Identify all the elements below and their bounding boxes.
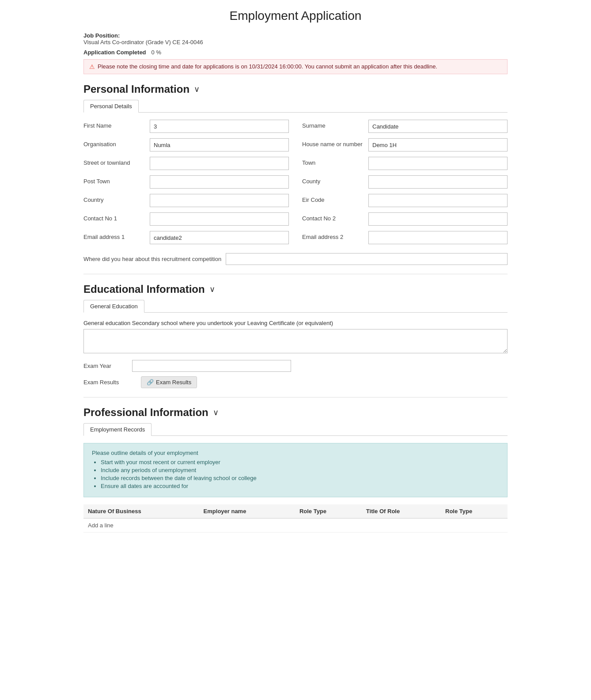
- first-name-input[interactable]: [150, 120, 289, 133]
- exam-year-row: Exam Year: [83, 360, 508, 372]
- col-role-type-1: Role Type: [295, 504, 362, 518]
- heard-label: Where did you hear about this recruitmen…: [83, 253, 221, 262]
- prof-info-tabs: Employment Records: [83, 423, 508, 436]
- country-label: Country: [83, 194, 145, 203]
- eir-code-label: Eir Code: [302, 194, 364, 203]
- house-name-label: House name or number: [302, 138, 364, 148]
- contact1-input[interactable]: [150, 212, 289, 226]
- personal-info-form: First Name Surname Organisation House na…: [83, 120, 508, 244]
- town-label: Town: [302, 157, 364, 166]
- personal-info-title: Personal Information: [83, 83, 189, 95]
- town-row: Town: [302, 157, 508, 170]
- contact2-input[interactable]: [368, 212, 508, 226]
- prof-info-header: Professional Information ∨: [83, 406, 508, 419]
- country-row: Country: [83, 194, 289, 207]
- application-completed-value: 0 %: [152, 49, 161, 56]
- edu-info-form: General education Secondary school where…: [83, 320, 508, 388]
- col-employer-name: Employer name: [199, 504, 295, 518]
- post-town-label: Post Town: [83, 175, 145, 185]
- county-label: County: [302, 175, 364, 185]
- col-title-of-role: Title Of Role: [362, 504, 441, 518]
- contact2-row: Contact No 2: [302, 212, 508, 226]
- organisation-input[interactable]: [150, 138, 289, 151]
- country-input[interactable]: [150, 194, 289, 207]
- contact2-label: Contact No 2: [302, 212, 364, 222]
- organisation-row: Organisation: [83, 138, 289, 151]
- exam-results-label: Exam Results: [83, 379, 136, 386]
- exam-year-input[interactable]: [132, 360, 291, 372]
- edu-info-tabs: General Education: [83, 300, 508, 313]
- employment-info-list: Start with your most recent or current e…: [92, 459, 499, 489]
- prof-info-title: Professional Information: [83, 406, 208, 419]
- employment-table: Nature Of Business Employer name Role Ty…: [83, 504, 508, 533]
- application-completed-label: Application Completed: [83, 49, 146, 56]
- educational-information-section: Educational Information ∨ General Educat…: [83, 283, 508, 388]
- application-completed-row: Application Completed 0 %: [83, 49, 508, 56]
- table-header-row: Nature Of Business Employer name Role Ty…: [83, 504, 508, 518]
- contact1-label: Contact No 1: [83, 212, 145, 222]
- first-name-label: First Name: [83, 120, 145, 129]
- alert-text: Please note the closing time and date fo…: [98, 63, 437, 70]
- email2-input[interactable]: [368, 231, 508, 244]
- personal-info-tabs: Personal Details: [83, 100, 508, 113]
- exam-results-btn-label: Exam Results: [156, 379, 191, 386]
- heard-row: Where did you hear about this recruitmen…: [83, 253, 508, 265]
- page-container: Employment Application Job Position: Vis…: [75, 0, 516, 546]
- surname-row: Surname: [302, 120, 508, 133]
- exam-results-row: Exam Results 🔗 Exam Results: [83, 376, 508, 388]
- tab-personal-details[interactable]: Personal Details: [83, 100, 139, 113]
- list-item: Include records between the date of leav…: [101, 475, 499, 481]
- heard-input[interactable]: [226, 253, 508, 265]
- list-item: Include any periods of unemployment: [101, 467, 499, 473]
- col-role-type-2: Role Type: [441, 504, 508, 518]
- street-input[interactable]: [150, 157, 289, 170]
- email1-input[interactable]: [150, 231, 289, 244]
- surname-label: Surname: [302, 120, 364, 129]
- first-name-row: First Name: [83, 120, 289, 133]
- county-input[interactable]: [368, 175, 508, 189]
- house-name-input[interactable]: [368, 138, 508, 151]
- eir-code-row: Eir Code: [302, 194, 508, 207]
- job-position-value: Visual Arts Co-ordinator (Grade V) CE 24…: [83, 39, 508, 45]
- eir-code-input[interactable]: [368, 194, 508, 207]
- list-item: Start with your most recent or current e…: [101, 459, 499, 465]
- alert-banner: ⚠ Please note the closing time and date …: [83, 59, 508, 74]
- divider-1: [83, 274, 508, 274]
- general-edu-textarea[interactable]: [83, 329, 508, 353]
- organisation-label: Organisation: [83, 138, 145, 148]
- street-label: Street or townland: [83, 157, 145, 166]
- employment-info-title: Please outline details of your employmen…: [92, 450, 499, 456]
- divider-2: [83, 397, 508, 397]
- exam-results-button[interactable]: 🔗 Exam Results: [141, 376, 197, 388]
- county-row: County: [302, 175, 508, 189]
- personal-information-section: Personal Information ∨ Personal Details …: [83, 83, 508, 265]
- prof-info-chevron-icon[interactable]: ∨: [213, 408, 219, 417]
- tab-general-education[interactable]: General Education: [83, 300, 144, 313]
- professional-information-section: Professional Information ∨ Employment Re…: [83, 406, 508, 533]
- email2-row: Email address 2: [302, 231, 508, 244]
- contact1-row: Contact No 1: [83, 212, 289, 226]
- warning-icon: ⚠: [89, 63, 95, 70]
- town-input[interactable]: [368, 157, 508, 170]
- tab-employment-records[interactable]: Employment Records: [83, 423, 152, 436]
- col-nature-of-business: Nature Of Business: [83, 504, 199, 518]
- personal-info-chevron-icon[interactable]: ∨: [194, 84, 200, 94]
- post-town-input[interactable]: [150, 175, 289, 189]
- email1-label: Email address 1: [83, 231, 145, 240]
- personal-info-header: Personal Information ∨: [83, 83, 508, 95]
- job-position-label: Job Position:: [83, 32, 120, 39]
- email1-row: Email address 1: [83, 231, 289, 244]
- employment-info-box: Please outline details of your employmen…: [83, 443, 508, 497]
- edu-info-header: Educational Information ∨: [83, 283, 508, 295]
- page-title: Employment Application: [83, 9, 508, 23]
- add-line-row[interactable]: Add a line: [83, 518, 508, 533]
- general-edu-label: General education Secondary school where…: [83, 320, 508, 326]
- surname-input[interactable]: [368, 120, 508, 133]
- edu-info-chevron-icon[interactable]: ∨: [209, 284, 215, 294]
- exam-year-label: Exam Year: [83, 363, 128, 369]
- house-name-row: House name or number: [302, 138, 508, 151]
- edu-info-title: Educational Information: [83, 283, 205, 295]
- add-line-label[interactable]: Add a line: [83, 518, 508, 533]
- job-position-row: Job Position: Visual Arts Co-ordinator (…: [83, 32, 508, 45]
- post-town-row: Post Town: [83, 175, 289, 189]
